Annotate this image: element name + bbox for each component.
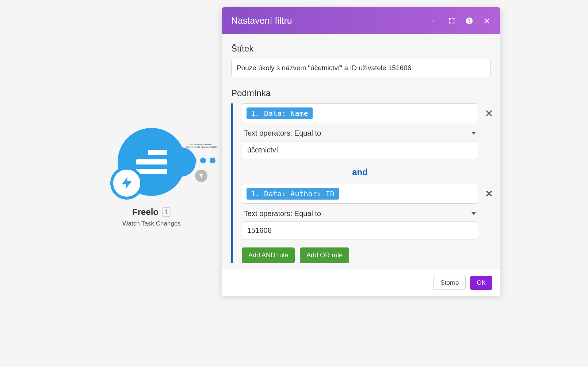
- close-icon[interactable]: [483, 17, 491, 25]
- filter-funnel-icon[interactable]: [195, 170, 207, 182]
- trigger-bolt-icon: [110, 167, 143, 200]
- connector-caption: Pouze úkoly s názvem "účetnictví" a ID u…: [185, 143, 218, 148]
- svg-point-1: [433, 20, 434, 21]
- field-pill: 1. Data: Author: ID: [247, 188, 339, 200]
- module-title: Freelo: [132, 207, 159, 217]
- operator-select[interactable]: Text operators: Equal to: [242, 128, 478, 141]
- more-menu-icon[interactable]: [430, 17, 438, 25]
- filter-label-input[interactable]: [231, 59, 491, 77]
- expand-icon[interactable]: [448, 17, 456, 25]
- modal-footer: Storno OK: [222, 270, 500, 296]
- field-pill: 1. Data: Name: [247, 107, 313, 119]
- condition-field-input[interactable]: 1. Data: Name: [242, 103, 478, 123]
- scenario-canvas: Freelo 1 Watch Task Changes Pouze úkoly …: [0, 0, 256, 367]
- operator-select[interactable]: Text operators: Equal to: [242, 209, 478, 222]
- connector-dots: [188, 158, 215, 164]
- remove-condition-icon[interactable]: ✕: [484, 108, 495, 119]
- operator-label: Text operators: Equal to: [244, 129, 321, 137]
- condition-field-input[interactable]: 1. Data: Author: ID: [242, 184, 478, 204]
- help-icon[interactable]: [465, 17, 473, 25]
- condition-row: 1. Data: Author: ID ✕: [242, 184, 491, 204]
- filter-settings-modal: Nastavení filtru Štítek Podmínka: [222, 7, 500, 296]
- add-and-rule-button[interactable]: Add AND rule: [242, 247, 295, 263]
- modal-title: Nastavení filtru: [231, 15, 292, 26]
- condition-group: 1. Data: Name ✕ Text operators: Equal to…: [231, 103, 491, 263]
- operator-label: Text operators: Equal to: [244, 209, 321, 218]
- condition-value-input[interactable]: [242, 141, 478, 159]
- ok-button[interactable]: OK: [470, 276, 492, 290]
- svg-point-0: [433, 20, 434, 20]
- module-node[interactable]: Freelo 1 Watch Task Changes: [104, 128, 199, 227]
- condition-row: 1. Data: Name ✕: [242, 103, 491, 123]
- cancel-button[interactable]: Storno: [434, 276, 466, 290]
- condition-value-input[interactable]: [242, 222, 478, 239]
- module-subtitle: Watch Task Changes: [104, 220, 199, 227]
- add-or-rule-button[interactable]: Add OR rule: [300, 247, 349, 263]
- label-section-heading: Štítek: [231, 43, 491, 54]
- modal-header: Nastavení filtru: [222, 7, 500, 34]
- remove-condition-icon[interactable]: ✕: [484, 188, 495, 200]
- condition-section-heading: Podmínka: [231, 88, 491, 98]
- module-step-badge: 1: [162, 207, 171, 217]
- module-icon: [118, 128, 186, 196]
- chevron-down-icon: [471, 212, 476, 215]
- and-separator: and: [242, 167, 478, 177]
- chevron-down-icon: [471, 132, 476, 135]
- svg-point-2: [433, 21, 434, 21]
